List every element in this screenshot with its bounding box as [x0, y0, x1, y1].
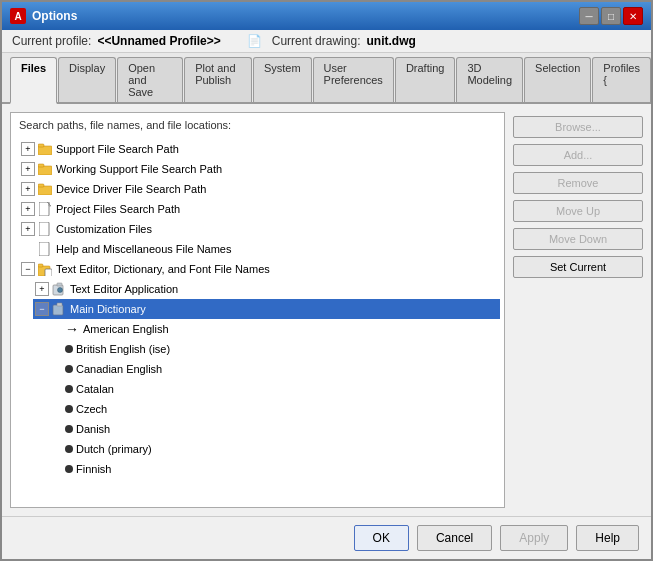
- expand-working[interactable]: +: [21, 162, 35, 176]
- window-controls: ─ □ ✕: [579, 7, 643, 25]
- profile-label: Current profile:: [12, 34, 91, 48]
- item-label: Dutch (primary): [76, 440, 152, 458]
- action-buttons-panel: Browse... Add... Remove Move Up Move Dow…: [513, 112, 643, 508]
- search-label: Search paths, file names, and file locat…: [11, 113, 504, 135]
- drawing-icon: 📄: [247, 34, 262, 48]
- folder-file-icon: [37, 261, 53, 277]
- list-item[interactable]: + Device Driver File Search Path: [19, 179, 500, 199]
- item-label: Main Dictionary: [70, 300, 146, 318]
- bullet-icon: [65, 425, 73, 433]
- bullet-icon: [65, 465, 73, 473]
- tab-system[interactable]: System: [253, 57, 312, 102]
- list-item[interactable]: British English (ise): [47, 339, 500, 359]
- list-item[interactable]: − Text Editor, Dictionary, and Font File…: [19, 259, 500, 279]
- content-area: Search paths, file names, and file locat…: [2, 104, 651, 516]
- expand-custom[interactable]: +: [21, 222, 35, 236]
- list-item[interactable]: + Working Support File Search Path: [19, 159, 500, 179]
- close-button[interactable]: ✕: [623, 7, 643, 25]
- item-label: American English: [83, 320, 169, 338]
- expand-textapp[interactable]: +: [35, 282, 49, 296]
- list-item[interactable]: Catalan: [47, 379, 500, 399]
- svg-rect-3: [38, 164, 44, 167]
- item-label: Project Files Search Path: [56, 200, 180, 218]
- item-label: Device Driver File Search Path: [56, 180, 206, 198]
- svg-point-14: [58, 288, 63, 293]
- apply-button[interactable]: Apply: [500, 525, 568, 551]
- list-item[interactable]: + Help and Miscellaneous File Names: [19, 239, 500, 259]
- file-icon: [37, 241, 53, 257]
- ok-button[interactable]: OK: [354, 525, 409, 551]
- list-item[interactable]: Czech: [47, 399, 500, 419]
- svg-rect-15: [57, 283, 62, 286]
- tab-user-prefs[interactable]: User Preferences: [313, 57, 394, 102]
- tab-3d-modeling[interactable]: 3D Modeling: [456, 57, 523, 102]
- list-item[interactable]: Dutch (primary): [47, 439, 500, 459]
- gear-icon: [51, 281, 67, 297]
- file-icon: [37, 201, 53, 217]
- item-label: Finnish: [76, 460, 111, 478]
- list-item-main-dictionary[interactable]: − Main Dictionary: [33, 299, 500, 319]
- svg-rect-1: [38, 144, 44, 147]
- folder-icon: [37, 161, 53, 177]
- expand-device[interactable]: +: [21, 182, 35, 196]
- item-label: Text Editor, Dictionary, and Font File N…: [56, 260, 270, 278]
- expand-project[interactable]: +: [21, 202, 35, 216]
- expand-texteditor[interactable]: −: [21, 262, 35, 276]
- drawing-value: unit.dwg: [366, 34, 415, 48]
- list-item[interactable]: + Project Files Search Path: [19, 199, 500, 219]
- tab-profiles[interactable]: Profiles {: [592, 57, 651, 102]
- list-item[interactable]: Canadian English: [47, 359, 500, 379]
- cancel-button[interactable]: Cancel: [417, 525, 492, 551]
- svg-rect-6: [39, 202, 49, 216]
- tab-open-save[interactable]: Open and Save: [117, 57, 183, 102]
- profile-value: <<Unnamed Profile>>: [97, 34, 220, 48]
- folder-icon: [37, 141, 53, 157]
- bullet-icon: [65, 345, 73, 353]
- help-button[interactable]: Help: [576, 525, 639, 551]
- list-item[interactable]: Finnish: [47, 459, 500, 479]
- svg-rect-0: [38, 146, 52, 155]
- list-item[interactable]: → American English: [47, 319, 500, 339]
- tab-display[interactable]: Display: [58, 57, 116, 102]
- tab-files[interactable]: Files: [10, 57, 57, 104]
- svg-rect-11: [38, 264, 43, 267]
- expand-maindict[interactable]: −: [35, 302, 49, 316]
- window-title: Options: [32, 9, 77, 23]
- file-icon: [37, 221, 53, 237]
- item-label: Danish: [76, 420, 110, 438]
- svg-rect-17: [57, 303, 62, 306]
- item-label: Text Editor Application: [70, 280, 178, 298]
- folder-icon: [37, 181, 53, 197]
- svg-rect-4: [38, 186, 52, 195]
- gear-file-icon: [51, 301, 67, 317]
- bottom-bar: OK Cancel Apply Help: [2, 516, 651, 559]
- expand-support[interactable]: +: [21, 142, 35, 156]
- list-item[interactable]: + Customization Files: [19, 219, 500, 239]
- tab-plot-publish[interactable]: Plot and Publish: [184, 57, 252, 102]
- item-label: Working Support File Search Path: [56, 160, 222, 178]
- arrow-icon: →: [65, 320, 79, 338]
- move-up-button[interactable]: Move Up: [513, 200, 643, 222]
- svg-rect-9: [39, 242, 49, 256]
- bullet-icon: [65, 365, 73, 373]
- maximize-button[interactable]: □: [601, 7, 621, 25]
- list-item[interactable]: + Support File Search Path: [19, 139, 500, 159]
- set-current-button[interactable]: Set Current: [513, 256, 643, 278]
- list-item[interactable]: Danish: [47, 419, 500, 439]
- tree-area[interactable]: + Support File Search Path + Working Sup…: [11, 135, 504, 507]
- profile-bar: Current profile: <<Unnamed Profile>> 📄 C…: [2, 30, 651, 53]
- options-window: A Options ─ □ ✕ Current profile: <<Unnam…: [0, 0, 653, 561]
- minimize-button[interactable]: ─: [579, 7, 599, 25]
- item-label: Help and Miscellaneous File Names: [56, 240, 231, 258]
- remove-button[interactable]: Remove: [513, 172, 643, 194]
- add-button[interactable]: Add...: [513, 144, 643, 166]
- tab-drafting[interactable]: Drafting: [395, 57, 456, 102]
- move-down-button[interactable]: Move Down: [513, 228, 643, 250]
- svg-rect-16: [53, 305, 63, 315]
- file-tree-panel: Search paths, file names, and file locat…: [10, 112, 505, 508]
- tab-selection[interactable]: Selection: [524, 57, 591, 102]
- svg-rect-5: [38, 184, 44, 187]
- browse-button[interactable]: Browse...: [513, 116, 643, 138]
- title-bar-left: A Options: [10, 8, 77, 24]
- list-item[interactable]: + Text Editor Application: [33, 279, 500, 299]
